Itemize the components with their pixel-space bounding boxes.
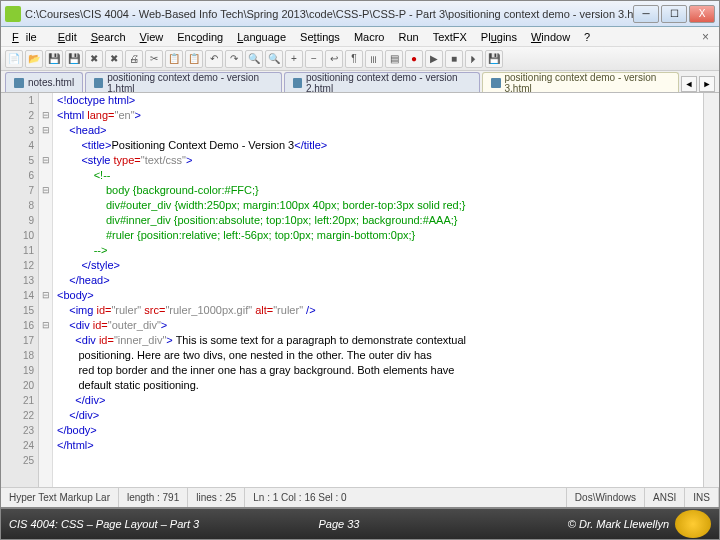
editor-area: 1234567891011121314151617181920212223242… [1,93,719,487]
code-editor[interactable]: <!doctype html> <html lang="en"> <head> … [53,93,703,487]
maximize-button[interactable]: ☐ [661,5,687,23]
new-file-icon[interactable]: 📄 [5,50,23,68]
statusbar: Hyper Text Markup Lar length : 791 lines… [1,487,719,507]
show-chars-icon[interactable]: ¶ [345,50,363,68]
tab-version3[interactable]: positioning context demo - version 3.htm… [482,72,679,92]
play-macro-icon[interactable]: ▶ [425,50,443,68]
app-icon [5,6,21,22]
ucf-logo-icon [675,510,711,538]
fold-gutter: ⊟⊟⊟⊟⊟⊟ [39,93,53,487]
menu-plugins[interactable]: Plugins [474,29,524,45]
menu-encoding[interactable]: Encoding [170,29,230,45]
minimize-button[interactable]: ─ [633,5,659,23]
close-button[interactable]: X [689,5,715,23]
tabbar: notes.html positioning context demo - ve… [1,71,719,93]
save-icon[interactable]: 💾 [45,50,63,68]
menu-settings[interactable]: Settings [293,29,347,45]
vertical-scrollbar[interactable] [703,93,719,487]
playback-icon[interactable]: ⏵ [465,50,483,68]
status-cursor: Ln : 1 Col : 16 Sel : 0 [245,488,567,507]
open-file-icon[interactable]: 📂 [25,50,43,68]
tab-version2[interactable]: positioning context demo - version 2.htm… [284,72,481,92]
fold-toggle-icon[interactable]: ⊟ [39,108,52,123]
tab-prev-icon[interactable]: ◄ [681,76,697,92]
fold-toggle-icon[interactable]: ⊟ [39,153,52,168]
fold-toggle-icon[interactable]: ⊟ [39,318,52,333]
status-length: length : 791 [119,488,188,507]
record-macro-icon[interactable]: ● [405,50,423,68]
undo-icon[interactable]: ↶ [205,50,223,68]
status-language: Hyper Text Markup Lar [1,488,119,507]
wrap-icon[interactable]: ↩ [325,50,343,68]
menu-file[interactable]: File [5,29,51,45]
menu-help[interactable]: ? [577,29,597,45]
menu-window[interactable]: Window [524,29,577,45]
titlebar-text: C:\Courses\CIS 4004 - Web-Based Info Tec… [25,8,633,20]
footer-author: © Dr. Mark Llewellyn [449,518,669,530]
footer-page: Page 33 [229,518,449,530]
status-eol: Dos\Windows [567,488,645,507]
menubar-close-icon[interactable]: × [696,30,715,44]
close-all-icon[interactable]: ✖ [105,50,123,68]
status-encoding: ANSI [645,488,685,507]
titlebar[interactable]: C:\Courses\CIS 4004 - Web-Based Info Tec… [1,1,719,27]
paste-icon[interactable]: 📋 [185,50,203,68]
copy-icon[interactable]: 📋 [165,50,183,68]
fold-toggle-icon[interactable]: ⊟ [39,123,52,138]
indent-guide-icon[interactable]: ⫼ [365,50,383,68]
cut-icon[interactable]: ✂ [145,50,163,68]
file-icon [14,78,24,88]
fold-icon[interactable]: ▤ [385,50,403,68]
find-icon[interactable]: 🔍 [245,50,263,68]
status-insert-mode: INS [685,488,719,507]
menubar: File Edit Search View Encoding Language … [1,27,719,47]
footer-course: CIS 4004: CSS – Page Layout – Part 3 [9,518,229,530]
fold-toggle-icon[interactable]: ⊟ [39,183,52,198]
file-icon [491,78,500,88]
app-window: C:\Courses\CIS 4004 - Web-Based Info Tec… [0,0,720,540]
save-all-icon[interactable]: 💾 [65,50,83,68]
tab-next-icon[interactable]: ► [699,76,715,92]
close-file-icon[interactable]: ✖ [85,50,103,68]
status-lines: lines : 25 [188,488,245,507]
window-controls: ─ ☐ X [633,5,715,23]
tab-nav: ◄ ► [681,76,715,92]
menu-language[interactable]: Language [230,29,293,45]
redo-icon[interactable]: ↷ [225,50,243,68]
tab-version1[interactable]: positioning context demo - version 1.htm… [85,72,282,92]
line-gutter: 1234567891011121314151617181920212223242… [1,93,39,487]
menu-run[interactable]: Run [391,29,425,45]
file-icon [94,78,103,88]
menu-edit[interactable]: Edit [51,29,84,45]
menu-textfx[interactable]: TextFX [426,29,474,45]
menu-view[interactable]: View [133,29,171,45]
file-icon [293,78,302,88]
tab-notes[interactable]: notes.html [5,72,83,92]
replace-icon[interactable]: 🔍 [265,50,283,68]
save-macro-icon[interactable]: 💾 [485,50,503,68]
slide-footer: CIS 4004: CSS – Page Layout – Part 3 Pag… [1,507,719,539]
menu-macro[interactable]: Macro [347,29,392,45]
stop-macro-icon[interactable]: ■ [445,50,463,68]
fold-toggle-icon[interactable]: ⊟ [39,288,52,303]
toolbar: 📄 📂 💾 💾 ✖ ✖ 🖨 ✂ 📋 📋 ↶ ↷ 🔍 🔍 + − ↩ ¶ ⫼ ▤ … [1,47,719,71]
menu-search[interactable]: Search [84,29,133,45]
zoom-in-icon[interactable]: + [285,50,303,68]
zoom-out-icon[interactable]: − [305,50,323,68]
print-icon[interactable]: 🖨 [125,50,143,68]
